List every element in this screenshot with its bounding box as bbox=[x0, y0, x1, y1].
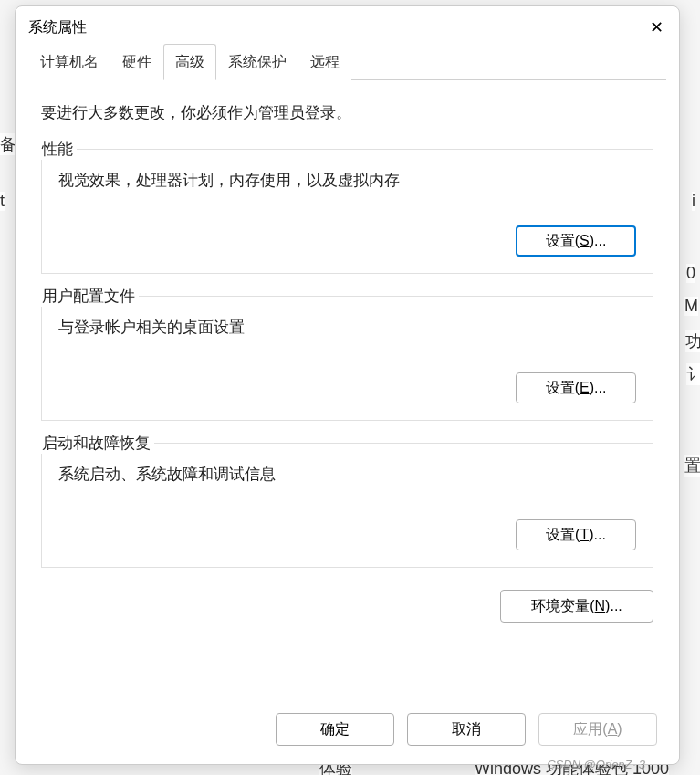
btn-prefix: 设置( bbox=[546, 380, 580, 395]
bg-text: i bbox=[692, 192, 695, 211]
group-startup-title: 启动和故障恢复 bbox=[38, 433, 154, 454]
btn-prefix: 设置( bbox=[546, 233, 580, 248]
tab-content: 要进行大多数更改，你必须作为管理员登录。 性能 视觉效果，处理器计划，内存使用，… bbox=[16, 80, 679, 695]
bg-text: 置 bbox=[684, 455, 700, 477]
group-startup-desc: 系统启动、系统故障和调试信息 bbox=[58, 464, 636, 485]
btn-suffix: ) bbox=[617, 721, 622, 737]
dialog-title: 系统属性 bbox=[28, 18, 87, 37]
btn-prefix: 环境变量( bbox=[531, 598, 594, 613]
btn-suffix: )... bbox=[590, 380, 607, 395]
group-user-profile-actions: 设置(E)... bbox=[58, 372, 636, 403]
tab-computer-name[interactable]: 计算机名 bbox=[28, 44, 110, 80]
group-performance: 性能 视觉效果，处理器计划，内存使用，以及虚拟内存 设置(S)... bbox=[41, 149, 653, 274]
group-performance-actions: 设置(S)... bbox=[58, 225, 636, 257]
btn-prefix: 设置( bbox=[546, 527, 580, 542]
group-startup-actions: 设置(T)... bbox=[58, 519, 636, 550]
bg-text: 讠 bbox=[686, 363, 700, 385]
user-profile-settings-button[interactable]: 设置(E)... bbox=[516, 372, 636, 403]
close-icon: ✕ bbox=[650, 19, 663, 36]
close-button[interactable]: ✕ bbox=[643, 14, 670, 41]
bg-text: M bbox=[684, 297, 698, 316]
ok-button[interactable]: 确定 bbox=[276, 713, 394, 746]
btn-key: S bbox=[580, 233, 590, 248]
tab-advanced[interactable]: 高级 bbox=[163, 44, 216, 80]
environment-variables-button[interactable]: 环境变量(N)... bbox=[500, 590, 653, 623]
dialog-footer: 确定 取消 应用(A) bbox=[16, 695, 679, 764]
startup-settings-button[interactable]: 设置(T)... bbox=[516, 519, 636, 550]
btn-suffix: )... bbox=[589, 527, 606, 542]
bg-text: 功 bbox=[685, 330, 700, 352]
performance-settings-button[interactable]: 设置(S)... bbox=[516, 225, 636, 257]
bg-text: 0 bbox=[686, 264, 695, 283]
group-user-profile-desc: 与登录帐户相关的桌面设置 bbox=[58, 317, 636, 338]
btn-suffix: )... bbox=[590, 233, 607, 248]
btn-suffix: )... bbox=[605, 598, 622, 613]
tabs: 计算机名 硬件 高级 系统保护 远程 bbox=[28, 43, 666, 80]
btn-prefix: 应用( bbox=[573, 721, 607, 737]
cancel-button[interactable]: 取消 bbox=[407, 713, 526, 746]
group-performance-desc: 视觉效果，处理器计划，内存使用，以及虚拟内存 bbox=[58, 170, 636, 191]
group-startup-recovery: 启动和故障恢复 系统启动、系统故障和调试信息 设置(T)... bbox=[41, 443, 653, 568]
apply-button[interactable]: 应用(A) bbox=[538, 713, 657, 746]
group-performance-title: 性能 bbox=[38, 139, 77, 160]
watermark: CSDN @OrienZ_3 bbox=[547, 758, 645, 771]
tab-remote[interactable]: 远程 bbox=[298, 44, 351, 80]
system-properties-dialog: 系统属性 ✕ 计算机名 硬件 高级 系统保护 远程 要进行大多数更改，你必须作为… bbox=[15, 5, 680, 765]
tab-system-protection[interactable]: 系统保护 bbox=[216, 44, 298, 80]
titlebar: 系统属性 ✕ bbox=[16, 6, 679, 43]
admin-note: 要进行大多数更改，你必须作为管理员登录。 bbox=[41, 102, 653, 123]
tab-hardware[interactable]: 硬件 bbox=[110, 44, 163, 80]
group-user-profile: 用户配置文件 与登录帐户相关的桌面设置 设置(E)... bbox=[41, 296, 653, 421]
env-row: 环境变量(N)... bbox=[41, 590, 653, 623]
btn-key: T bbox=[580, 527, 589, 542]
tabs-container: 计算机名 硬件 高级 系统保护 远程 bbox=[16, 43, 679, 80]
btn-key: A bbox=[608, 721, 618, 737]
group-user-profile-title: 用户配置文件 bbox=[38, 286, 139, 307]
btn-key: E bbox=[580, 380, 590, 395]
bg-text: t bbox=[0, 192, 5, 211]
btn-key: N bbox=[595, 598, 606, 613]
